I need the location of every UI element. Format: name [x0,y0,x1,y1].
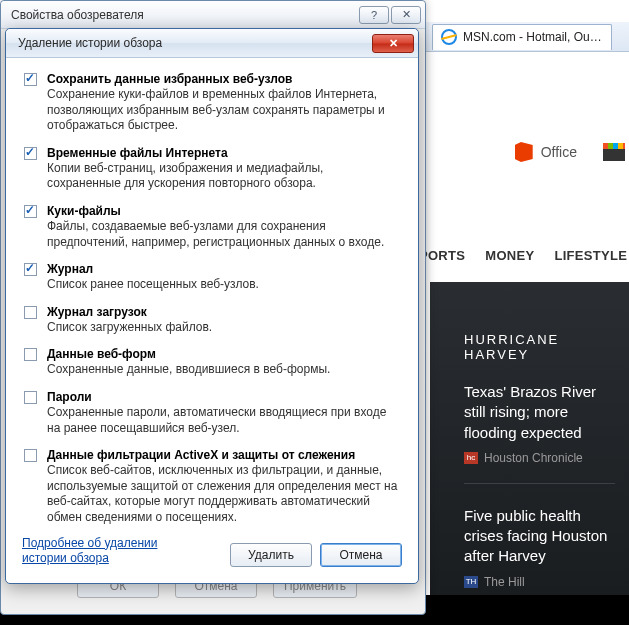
option-activex-tracking: Данные фильтрации ActiveX и защиты от сл… [24,448,400,525]
checkbox-temp-internet-files[interactable] [24,147,37,160]
option-title: Журнал [47,262,400,276]
option-desc: Список веб-сайтов, исключенных из фильтр… [47,463,400,525]
option-preserve-favorites: Сохранить данные избранных веб-узлов Сох… [24,72,400,134]
option-title: Пароли [47,390,400,404]
option-temp-internet-files: Временные файлы Интернета Копии веб-стра… [24,146,400,192]
news-source: hc Houston Chronicle [464,451,615,465]
option-title: Сохранить данные избранных веб-узлов [47,72,400,86]
news-item[interactable]: Texas' Brazos River still rising; more f… [464,382,615,484]
store-icon[interactable] [603,143,625,161]
internet-options-titlebar[interactable]: Свойства обозревателя ? ✕ [1,1,425,29]
option-title: Куки-файлы [47,204,400,218]
checkbox-cookies[interactable] [24,205,37,218]
option-desc: Сохраненные данные, вводившиеся в веб-фо… [47,362,400,378]
close-button[interactable]: ✕ [372,34,414,53]
option-desc: Сохраненные пароли, автоматически вводящ… [47,405,400,436]
ie-icon [441,29,457,45]
checkbox-passwords[interactable] [24,391,37,404]
delete-history-titlebar[interactable]: Удаление истории обзора ✕ [6,29,418,58]
option-history: Журнал Список ранее посещенных веб-узлов… [24,262,400,293]
msn-nav: SPORTS MONEY LIFESTYLE [410,248,627,263]
option-desc: Список ранее посещенных веб-узлов. [47,277,400,293]
learn-more-link[interactable]: Подробнее об удалении истории обзора [22,536,172,567]
help-button[interactable]: ? [359,6,389,24]
option-desc: Сохранение куки-файлов и временных файло… [47,87,400,134]
delete-history-dialog: Удаление истории обзора ✕ Сохранить данн… [5,28,419,584]
news-title: Five public health crises facing Houston… [464,506,615,567]
browser-tab[interactable]: MSN.com - Hotmail, Outlo... [432,24,612,50]
option-title: Данные веб-форм [47,347,400,361]
option-cookies: Куки-файлы Файлы, создаваемые веб-узлами… [24,204,400,250]
delete-history-footer: Подробнее об удалении истории обзора Уда… [6,526,418,583]
source-badge-icon: hc [464,452,478,464]
option-form-data: Данные веб-форм Сохраненные данные, ввод… [24,347,400,378]
checkbox-download-history[interactable] [24,306,37,319]
delete-history-body: Сохранить данные избранных веб-узлов Сох… [6,58,418,526]
news-source: TH The Hill [464,575,615,589]
nav-money[interactable]: MONEY [485,248,534,263]
delete-button[interactable]: Удалить [230,543,312,567]
option-title: Журнал загрузок [47,305,400,319]
option-desc: Файлы, создаваемые веб-узлами для сохран… [47,219,400,250]
msn-news-panel: HURRICANE HARVEY Texas' Brazos River sti… [430,282,629,595]
internet-options-title: Свойства обозревателя [11,8,144,22]
option-download-history: Журнал загрузок Список загруженных файло… [24,305,400,336]
checkbox-form-data[interactable] [24,348,37,361]
checkbox-activex-tracking[interactable] [24,449,37,462]
nav-lifestyle[interactable]: LIFESTYLE [554,248,627,263]
checkbox-preserve-favorites[interactable] [24,73,37,86]
news-title: Texas' Brazos River still rising; more f… [464,382,615,443]
source-badge-icon: TH [464,576,478,588]
close-button[interactable]: ✕ [391,6,421,24]
cancel-button[interactable]: Отмена [320,543,402,567]
checkbox-history[interactable] [24,263,37,276]
option-passwords: Пароли Сохраненные пароли, автоматически… [24,390,400,436]
news-item[interactable]: Five public health crises facing Houston… [464,506,615,608]
tab-title: MSN.com - Hotmail, Outlo... [463,30,603,44]
delete-history-title: Удаление истории обзора [18,36,162,50]
office-label: Office [541,144,577,160]
option-title: Данные фильтрации ActiveX и защиты от сл… [47,448,400,462]
office-link[interactable]: Office [515,142,577,162]
option-desc: Копии веб-страниц, изображения и медиафа… [47,161,400,192]
office-icon [515,142,533,162]
option-desc: Список загруженных файлов. [47,320,400,336]
news-section-title: HURRICANE HARVEY [464,332,615,362]
option-title: Временные файлы Интернета [47,146,400,160]
msn-header-icons: Office [515,142,625,162]
